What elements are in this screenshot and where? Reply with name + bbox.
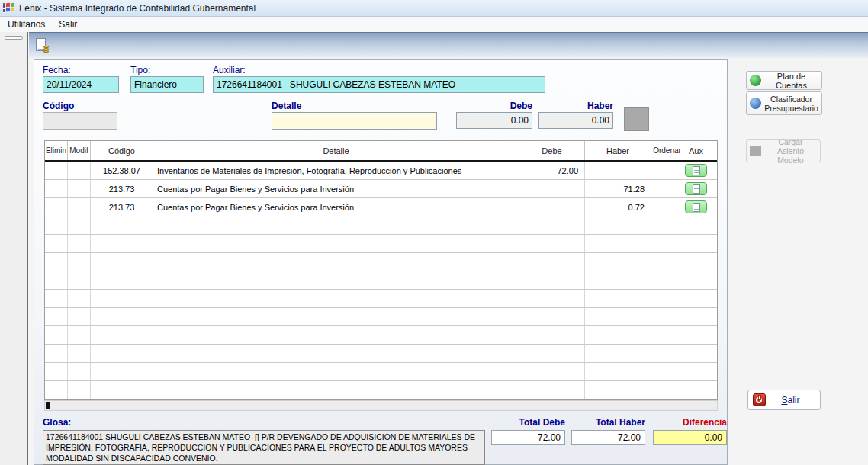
aux-button[interactable] — [685, 182, 707, 195]
haber-label: Haber — [538, 101, 613, 111]
total-debe-label: Total Debe — [491, 417, 565, 428]
total-haber-value: 72.00 — [571, 430, 645, 445]
entries-table: Elimin Modif Código Detalle Debe Haber O… — [44, 140, 718, 400]
cargar-asiento-label: Cargar Asiento Modelo — [764, 137, 817, 165]
row-debe: 72.00 — [519, 162, 585, 179]
menu-item-utilitarios[interactable]: Utilitarios — [2, 18, 51, 31]
table-empty-row — [45, 253, 717, 271]
scrollbar-thumb[interactable] — [46, 402, 50, 409]
diferencia-label: Diferencia — [653, 417, 727, 428]
table-empty-row — [45, 308, 717, 326]
col-header-detalle: Detalle — [153, 141, 519, 160]
aux-button[interactable] — [685, 164, 707, 177]
col-header-debe: Debe — [519, 141, 585, 160]
total-debe-value: 72.00 — [491, 430, 565, 445]
detalle-label: Detalle — [272, 101, 301, 111]
auxiliar-label: Auxiliar: — [213, 65, 246, 75]
table-empty-row — [45, 290, 717, 308]
horizontal-scrollbar[interactable] — [44, 400, 718, 411]
glosa-textarea[interactable]: 1726641184001 SHUGULI CABEZAS ESTEBAN MA… — [43, 430, 485, 465]
status-swatch-button[interactable] — [624, 107, 649, 131]
toolbar — [29, 32, 868, 58]
green-sphere-icon — [750, 75, 761, 86]
debe-input[interactable]: 0.00 — [456, 112, 532, 129]
journal-entry-icon[interactable] — [35, 38, 52, 55]
row-haber: 71.28 — [585, 180, 651, 197]
row-detalle: Cuentas por Pagar Bienes y Servicios par… — [153, 180, 519, 197]
title-bar: Fenix - Sistema Integrado de Contabilida… — [0, 0, 868, 17]
blue-sphere-icon — [750, 98, 761, 109]
table-empty-row — [45, 345, 717, 363]
cargar-asiento-modelo-button[interactable]: Cargar Asiento Modelo — [746, 140, 821, 162]
col-header-ordenar: Ordenar — [651, 141, 683, 160]
gray-square-icon — [750, 146, 761, 156]
left-panel-strip — [0, 32, 28, 465]
row-codigo: 213.73 — [91, 180, 153, 197]
auxiliar-input[interactable]: 1726641184001 SHUGULI CABEZAS ESTEBAN MA… — [213, 76, 545, 93]
row-debe — [519, 198, 585, 216]
document-icon — [693, 203, 700, 212]
table-empty-row — [45, 381, 717, 399]
col-header-codigo: Código — [91, 141, 153, 160]
aux-button[interactable] — [685, 200, 707, 213]
document-icon — [693, 184, 700, 194]
plan-de-cuentas-label: Plan de Cuentas — [764, 72, 818, 90]
codigo-label: Código — [43, 101, 74, 111]
debe-label: Debe — [456, 101, 532, 111]
glosa-label: Glosa: — [43, 417, 71, 428]
row-codigo: 152.38.07 — [91, 162, 153, 179]
clasificador-label: Clasificador Presupuestario — [764, 95, 818, 113]
salir-button[interactable]: Salir — [747, 390, 821, 410]
window-title: Fenix - Sistema Integrado de Contabilida… — [19, 3, 256, 14]
row-detalle: Inventarios de Materiales de Impresión, … — [153, 162, 519, 179]
row-haber: 0.72 — [585, 198, 651, 216]
row-debe — [519, 180, 585, 197]
document-icon — [693, 166, 700, 175]
table-empty-row — [45, 235, 717, 253]
table-row[interactable]: 152.38.07 Inventarios de Materiales de I… — [45, 162, 717, 180]
haber-input[interactable]: 0.00 — [538, 112, 613, 129]
row-detalle: Cuentas por Pagar Bienes y Servicios par… — [153, 198, 519, 216]
table-empty-row — [45, 326, 717, 345]
table-row[interactable]: 213.73 Cuentas por Pagar Bienes y Servic… — [45, 198, 717, 216]
table-header-row: Elimin Modif Código Detalle Debe Haber O… — [45, 141, 717, 162]
tipo-input[interactable]: Financiero — [130, 76, 204, 93]
fecha-input[interactable]: 20/11/2024 — [43, 76, 119, 93]
clasificador-presupuestario-button[interactable]: Clasificador Presupuestario — [746, 91, 822, 115]
table-empty-row — [45, 216, 717, 235]
fecha-label: Fecha: — [43, 65, 71, 75]
entry-form-panel: Fecha: Tipo: Auxiliar: 20/11/2024 Financ… — [34, 59, 728, 465]
divider — [39, 98, 724, 98]
codigo-input[interactable] — [43, 112, 117, 130]
table-empty-row — [45, 363, 717, 381]
col-header-aux: Aux — [683, 141, 709, 160]
total-haber-label: Total Haber — [571, 417, 645, 428]
row-codigo: 213.73 — [91, 198, 153, 216]
col-header-haber: Haber — [585, 141, 651, 160]
col-header-elimin: Elimin — [45, 141, 68, 160]
menu-item-salir[interactable]: Salir — [53, 18, 83, 31]
app-icon — [3, 2, 15, 14]
row-haber — [585, 162, 651, 179]
table-row[interactable]: 213.73 Cuentas por Pagar Bienes y Servic… — [45, 180, 717, 198]
plan-de-cuentas-button[interactable]: Plan de Cuentas — [746, 71, 822, 90]
table-empty-row — [45, 271, 717, 290]
col-header-modif: Modif — [68, 141, 91, 160]
detalle-input[interactable] — [272, 112, 437, 130]
power-icon — [753, 393, 766, 406]
menu-bar: Utilitarios Salir — [0, 17, 868, 32]
splitter-grip[interactable] — [5, 36, 23, 40]
salir-label: Salir — [766, 395, 815, 406]
tipo-label: Tipo: — [130, 65, 150, 75]
diferencia-value: 0.00 — [653, 430, 727, 445]
